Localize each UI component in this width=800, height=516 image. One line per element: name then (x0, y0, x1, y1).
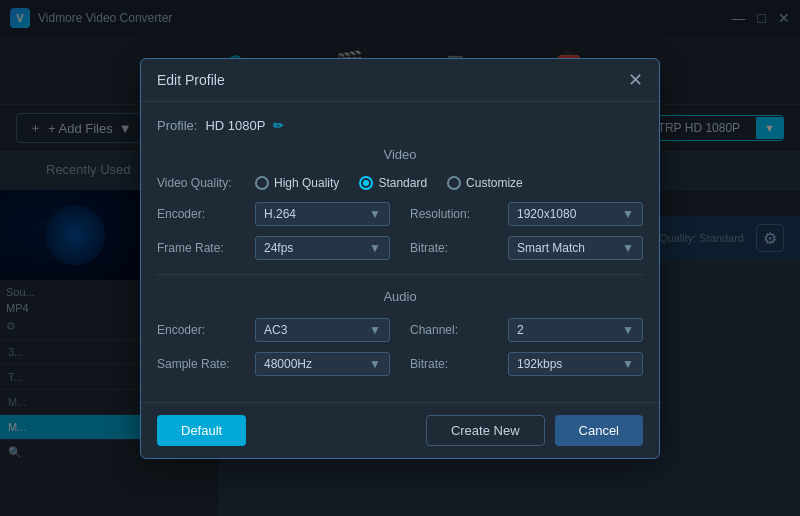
encoder-select[interactable]: H.264 ▼ (255, 202, 390, 226)
audio-bitrate-dropdown-icon: ▼ (622, 357, 634, 371)
resolution-select[interactable]: 1920x1080 ▼ (508, 202, 643, 226)
channel-select[interactable]: 2 ▼ (508, 318, 643, 342)
encoder-label: Encoder: (157, 207, 247, 221)
framerate-dropdown-icon: ▼ (369, 241, 381, 255)
cancel-button[interactable]: Cancel (555, 415, 643, 446)
resolution-dropdown-icon: ▼ (622, 207, 634, 221)
encoder-dropdown-icon: ▼ (369, 207, 381, 221)
sample-rate-select[interactable]: 48000Hz ▼ (255, 352, 390, 376)
video-section-title: Video (157, 147, 643, 162)
framerate-select[interactable]: 24fps ▼ (255, 236, 390, 260)
audio-encoder-value: AC3 (264, 323, 287, 337)
channel-label: Channel: (410, 323, 500, 337)
quality-high-option[interactable]: High Quality (255, 176, 339, 190)
quality-standard-option[interactable]: Standard (359, 176, 427, 190)
quality-label: Video Quality: (157, 176, 247, 190)
resolution-label: Resolution: (410, 207, 500, 221)
sample-rate-row: Sample Rate: 48000Hz ▼ (157, 352, 390, 376)
resolution-row: Resolution: 1920x1080 ▼ (410, 202, 643, 226)
profile-row: Profile: HD 1080P ✏ (157, 118, 643, 133)
quality-standard-label: Standard (378, 176, 427, 190)
encoder-value: H.264 (264, 207, 296, 221)
quality-high-radio[interactable] (255, 176, 269, 190)
audio-encoder-dropdown-icon: ▼ (369, 323, 381, 337)
audio-encoder-select[interactable]: AC3 ▼ (255, 318, 390, 342)
framerate-label: Frame Rate: (157, 241, 247, 255)
video-bitrate-select[interactable]: Smart Match ▼ (508, 236, 643, 260)
framerate-row: Frame Rate: 24fps ▼ (157, 236, 390, 260)
quality-customize-label: Customize (466, 176, 523, 190)
profile-label: Profile: (157, 118, 197, 133)
modal-title: Edit Profile (157, 72, 225, 88)
modal-body: Profile: HD 1080P ✏ Video Video Quality:… (141, 102, 659, 402)
quality-high-label: High Quality (274, 176, 339, 190)
profile-value: HD 1080P (205, 118, 265, 133)
encoder-row: Encoder: H.264 ▼ (157, 202, 390, 226)
sample-rate-label: Sample Rate: (157, 357, 247, 371)
quality-standard-radio[interactable] (359, 176, 373, 190)
quality-row: Video Quality: High Quality Standard Cus… (157, 176, 643, 190)
channel-row: Channel: 2 ▼ (410, 318, 643, 342)
channel-value: 2 (517, 323, 524, 337)
section-divider (157, 274, 643, 275)
video-bitrate-label: Bitrate: (410, 241, 500, 255)
sample-rate-value: 48000Hz (264, 357, 312, 371)
edit-profile-icon[interactable]: ✏ (273, 118, 284, 133)
audio-bitrate-label: Bitrate: (410, 357, 500, 371)
video-bitrate-value: Smart Match (517, 241, 585, 255)
video-bitrate-row: Bitrate: Smart Match ▼ (410, 236, 643, 260)
modal-footer: Default Create New Cancel (141, 402, 659, 458)
audio-encoder-label: Encoder: (157, 323, 247, 337)
quality-customize-radio[interactable] (447, 176, 461, 190)
modal-overlay: Edit Profile ✕ Profile: HD 1080P ✏ Video… (0, 0, 800, 516)
channel-dropdown-icon: ▼ (622, 323, 634, 337)
audio-encoder-row: Encoder: AC3 ▼ (157, 318, 390, 342)
audio-section-title: Audio (157, 289, 643, 304)
sample-rate-dropdown-icon: ▼ (369, 357, 381, 371)
quality-radio-group: High Quality Standard Customize (255, 176, 643, 190)
resolution-value: 1920x1080 (517, 207, 576, 221)
quality-customize-option[interactable]: Customize (447, 176, 523, 190)
audio-bitrate-select[interactable]: 192kbps ▼ (508, 352, 643, 376)
default-button[interactable]: Default (157, 415, 246, 446)
create-new-button[interactable]: Create New (426, 415, 545, 446)
modal-header: Edit Profile ✕ (141, 59, 659, 102)
framerate-value: 24fps (264, 241, 293, 255)
edit-profile-modal: Edit Profile ✕ Profile: HD 1080P ✏ Video… (140, 58, 660, 459)
audio-bitrate-value: 192kbps (517, 357, 562, 371)
video-bitrate-dropdown-icon: ▼ (622, 241, 634, 255)
audio-bitrate-row: Bitrate: 192kbps ▼ (410, 352, 643, 376)
modal-close-button[interactable]: ✕ (628, 71, 643, 89)
